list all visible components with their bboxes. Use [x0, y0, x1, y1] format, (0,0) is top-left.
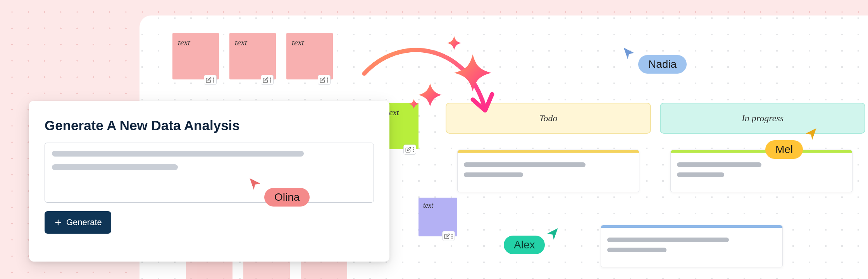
more-icon: [413, 147, 414, 153]
card-text-placeholder: [464, 172, 523, 177]
generate-button[interactable]: Generate: [45, 211, 111, 234]
card-text-placeholder: [677, 172, 724, 177]
card-text-placeholder: [607, 238, 729, 242]
sticky-controls[interactable]: [204, 75, 217, 85]
card-text-placeholder: [464, 162, 586, 167]
card-stripe: [458, 150, 639, 153]
sticky-text: text: [292, 38, 304, 47]
more-icon: [270, 77, 272, 83]
kanban-card-progress-1[interactable]: [670, 150, 852, 192]
cursor-pointer-icon: [248, 177, 262, 191]
card-text-placeholder: [607, 248, 666, 252]
sticky-text: text: [235, 38, 247, 47]
plus-icon: [54, 218, 62, 227]
sticky-note-pink-2[interactable]: text: [229, 33, 276, 79]
cursor-label: Olina: [264, 188, 310, 207]
more-icon: [213, 77, 215, 83]
column-in-progress[interactable]: In progress: [660, 103, 865, 134]
sticky-note-purple[interactable]: text: [418, 198, 457, 236]
sticky-controls[interactable]: [261, 75, 274, 85]
sticky-note-pink-3[interactable]: text: [286, 33, 333, 79]
sticky-controls[interactable]: [442, 231, 455, 241]
cursor-pointer-icon: [546, 227, 560, 241]
edit-icon: [320, 77, 326, 83]
generate-panel: Generate A New Data Analysis Generate: [29, 101, 389, 262]
sticky-text: text: [178, 38, 190, 47]
cursor-label: Alex: [504, 236, 545, 254]
input-placeholder-line: [52, 164, 178, 170]
generate-button-label: Generate: [66, 217, 102, 227]
input-placeholder-line: [52, 151, 304, 157]
sticky-note-pink-1[interactable]: text: [172, 33, 219, 79]
card-stripe: [601, 225, 782, 228]
cursor-label: Nadia: [638, 55, 687, 74]
kanban-card-floating[interactable]: [601, 225, 783, 267]
edit-icon: [444, 233, 450, 239]
sticky-controls[interactable]: [318, 75, 331, 85]
kanban-card-todo-1[interactable]: [457, 150, 639, 192]
sticky-text: text: [423, 202, 433, 209]
sticky-controls[interactable]: [403, 145, 416, 155]
cursor-pointer-icon: [622, 46, 636, 60]
edit-icon: [405, 147, 411, 153]
prompt-textarea[interactable]: [45, 143, 374, 203]
more-icon: [451, 233, 453, 239]
panel-title: Generate A New Data Analysis: [45, 118, 374, 133]
column-title: In progress: [742, 113, 784, 124]
more-icon: [327, 77, 329, 83]
edit-icon: [206, 77, 212, 83]
cursor-label: Mel: [765, 140, 803, 159]
column-title: Todo: [539, 113, 557, 124]
edit-icon: [263, 77, 269, 83]
card-text-placeholder: [677, 162, 761, 167]
cursor-pointer-icon: [804, 127, 818, 141]
card-stripe: [671, 150, 852, 153]
sparkle-icon: [380, 33, 504, 118]
